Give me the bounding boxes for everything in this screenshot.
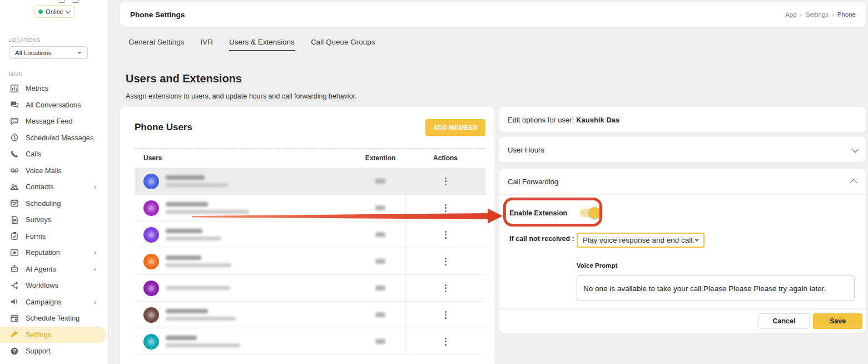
sidebar-item-surveys[interactable]: Surveys [0, 211, 108, 228]
chevron-down-icon [852, 145, 859, 153]
sidebar-item-calls[interactable]: Calls [0, 146, 108, 163]
phone-user-row[interactable] [135, 195, 485, 222]
ai-agents-icon [9, 264, 19, 274]
breadcrumb-separator: › [800, 11, 802, 18]
redacted-extension [375, 339, 385, 344]
locations-select[interactable]: All Locations [9, 46, 88, 59]
edit-options-panel: Edit options for user: Kaushik Das User … [499, 107, 866, 333]
voice-prompt-input[interactable] [577, 276, 855, 301]
redacted-name [166, 309, 208, 313]
user-hours-accordion[interactable]: User Hours [499, 137, 866, 163]
row-actions-kebab-icon[interactable] [443, 229, 449, 241]
redacted-user-info [166, 202, 249, 214]
redacted-extension [375, 205, 385, 210]
phone-user-row[interactable] [135, 328, 485, 355]
sidebar-item-scheduling[interactable]: Scheduling [0, 195, 108, 212]
section-title: Users and Extensions [126, 72, 242, 85]
sidebar-item-reputation[interactable]: Reputation› [0, 244, 108, 261]
chevron-right-icon: › [94, 298, 96, 306]
settings-icon [9, 330, 19, 340]
column-header-extention: Extention [355, 154, 405, 162]
phone-user-row[interactable] [135, 275, 485, 302]
row-actions-kebab-icon[interactable] [443, 336, 449, 348]
dropdown-value: Play voice response and end call. [583, 236, 695, 244]
breadcrumb: App›Settings›Phone [785, 11, 856, 18]
phone-user-row[interactable] [135, 222, 485, 248]
avatar [143, 334, 159, 350]
chevron-right-icon: › [94, 265, 96, 273]
sidebar-item-scheduled-messages[interactable]: Scheduled Messages [0, 130, 108, 146]
call-forwarding-label: Call Forwarding [508, 178, 558, 186]
user-hours-label: User Hours [508, 146, 544, 154]
sidebar-item-label: All Conversations [26, 101, 101, 109]
phone-users-card: Phone Users ADD MEMBER Users Extention A… [120, 107, 494, 364]
support-icon [9, 346, 19, 356]
metrics-icon [9, 83, 19, 93]
redacted-user-info [166, 336, 240, 347]
breadcrumb-item-app[interactable]: App [785, 11, 796, 18]
sidebar-item-support[interactable]: Support [0, 343, 108, 360]
page-header: Phone Settings App›Settings›Phone [120, 2, 866, 27]
sidebar-item-message-feed[interactable]: Message Feed [0, 113, 108, 130]
online-status-label: Online [46, 8, 63, 15]
sidebar-item-voice-mails[interactable]: Voice Mails [0, 163, 108, 179]
sidebar-item-forms[interactable]: Forms [0, 228, 108, 245]
phone-user-row[interactable] [135, 248, 485, 275]
tab-users-extensions[interactable]: Users & Extensions [229, 38, 295, 51]
sidebar-item-label: Metrics [26, 84, 101, 92]
sidebar-item-settings[interactable]: Settings [0, 327, 106, 343]
sidebar-item-contacts[interactable]: Contacts› [0, 179, 108, 195]
call-not-received-dropdown[interactable]: Play voice response and end call. [577, 233, 705, 248]
sidebar-item-label: Surveys [26, 215, 101, 224]
scheduled-messages-icon [9, 133, 19, 142]
campaigns-icon [9, 297, 19, 307]
sidebar-top-partial-icons [58, 0, 79, 3]
breadcrumb-item-settings[interactable]: Settings [806, 11, 829, 18]
redacted-user-info [166, 229, 221, 240]
contacts-icon [9, 182, 19, 191]
tab-ivr[interactable]: IVR [201, 38, 214, 51]
sidebar-item-campaigns[interactable]: Campaigns› [0, 294, 108, 311]
add-member-button[interactable]: ADD MEMBER [425, 119, 485, 136]
enable-extension-toggle[interactable] [580, 209, 599, 217]
redacted-extension [375, 312, 385, 317]
partial-icon [72, 0, 79, 3]
sidebar-item-label: Scheduling [26, 199, 101, 208]
redacted-name [166, 255, 201, 260]
breadcrumb-item-phone[interactable]: Phone [837, 11, 856, 18]
main-section-label: MAIN [9, 71, 108, 77]
call-forwarding-accordion[interactable]: Call Forwarding [499, 169, 866, 195]
online-status-dropdown[interactable]: Online [34, 5, 75, 18]
row-actions-kebab-icon[interactable] [443, 309, 449, 321]
sidebar-item-schedule-texting[interactable]: Schedule Texting [0, 310, 108, 327]
locations-section-label: LOCATIONS [9, 37, 108, 43]
cancel-button[interactable]: Cancel [758, 313, 810, 329]
chevron-right-icon: › [94, 183, 96, 191]
redacted-user-info [166, 175, 228, 187]
phone-user-row[interactable] [135, 302, 485, 328]
redacted-email [166, 210, 249, 214]
row-actions-kebab-icon[interactable] [443, 202, 449, 214]
row-actions-kebab-icon[interactable] [443, 175, 449, 188]
row-actions-kebab-icon[interactable] [443, 282, 449, 294]
row-actions-kebab-icon[interactable] [443, 255, 449, 268]
chevron-right-icon: › [94, 248, 96, 257]
column-header-users: Users [135, 154, 355, 162]
tab-call-queue-groups[interactable]: Call Queue Groups [311, 38, 375, 51]
sidebar-item-metrics[interactable]: Metrics [0, 80, 108, 97]
sidebar-item-workflows[interactable]: Workflows [0, 277, 108, 294]
edit-options-header: Edit options for user: Kaushik Das [499, 107, 866, 132]
sidebar-item-all-conversations[interactable]: All Conversations [0, 97, 108, 114]
sidebar-item-label: Scheduled Messages [26, 134, 101, 142]
message-feed-icon [9, 116, 19, 126]
redacted-extension [375, 286, 385, 291]
sidebar-item-ai-agents[interactable]: AI Agents› [0, 261, 108, 278]
phone-user-row[interactable] [135, 168, 485, 195]
tab-general-settings[interactable]: General Settings [128, 38, 185, 51]
redacted-email [166, 263, 231, 267]
sidebar-item-label: Reputation [26, 248, 94, 257]
chevron-down-icon [65, 8, 71, 13]
edit-options-user-name: Kaushik Das [576, 116, 619, 124]
page-header-title: Phone Settings [130, 11, 185, 19]
save-button[interactable]: Save [813, 313, 862, 329]
